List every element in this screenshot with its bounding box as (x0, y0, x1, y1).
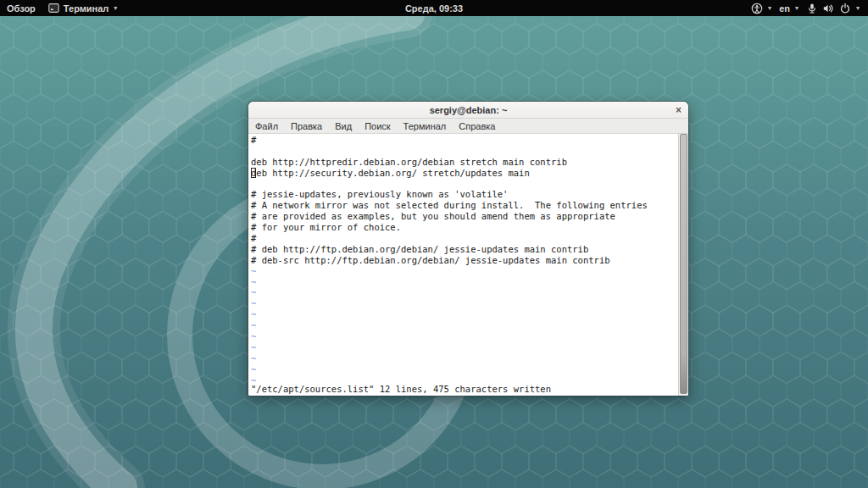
vim-tilde: ~ (251, 287, 676, 298)
close-icon[interactable]: × (676, 105, 682, 115)
chevron-down-icon: ▾ (795, 5, 798, 12)
vim-tilde: ~ (251, 364, 676, 375)
top-bar: Обзор Терминал ▾ Среда, 09:33 ▾ (0, 0, 868, 16)
terminal-line: # deb-src http://ftp.debian.org/debian/ … (251, 255, 676, 266)
vim-tilde: ~ (251, 331, 676, 342)
menu-file[interactable]: Файл (255, 121, 278, 131)
terminal-line: # jessie-updates, previously known as 'v… (251, 189, 676, 200)
vim-tilde: ~ (251, 277, 676, 288)
window-title: sergiy@debian: ~ (430, 105, 508, 115)
terminal-line: # are provided as examples, but you shou… (251, 211, 676, 222)
menu-terminal[interactable]: Терминал (403, 121, 447, 131)
terminal-line: # (251, 233, 676, 244)
vim-tilde: ~ (251, 320, 676, 331)
scrollbar-thumb[interactable] (680, 134, 687, 394)
terminal-line: # for your mirror of choice. (251, 222, 676, 233)
terminal-text: # deb http://httpredir.debian.org/debian… (251, 135, 676, 385)
menu-help[interactable]: Справка (459, 121, 495, 131)
menu-bar: Файл Правка Вид Поиск Терминал Справка (248, 119, 688, 134)
terminal-line: # (251, 135, 676, 146)
app-menu-label: Терминал (64, 3, 109, 14)
vim-tilde: ~ (251, 298, 676, 309)
scrollbar[interactable] (678, 134, 688, 396)
menu-edit[interactable]: Правка (291, 121, 322, 131)
terminal-line: # A network mirror was not selected duri… (251, 200, 676, 211)
terminal-icon (48, 3, 59, 14)
chevron-down-icon: ▾ (768, 5, 771, 12)
vim-tilde: ~ (251, 266, 676, 277)
terminal-line: deb http://httpredir.debian.org/debian s… (251, 157, 676, 168)
vim-tilde: ~ (251, 309, 676, 320)
terminal-line: deb http://security.debian.org/ stretch/… (251, 168, 676, 179)
terminal-line (251, 146, 676, 157)
system-menu[interactable]: ▾ (806, 3, 860, 14)
accessibility-icon (751, 3, 763, 14)
terminal-line (251, 179, 676, 190)
chevron-down-icon: ▾ (114, 5, 117, 12)
vim-tilde: ~ (251, 342, 676, 353)
keyboard-layout-label: en (779, 3, 790, 14)
activities-button[interactable]: Обзор (7, 3, 36, 14)
menu-search[interactable]: Поиск (364, 121, 390, 131)
terminal-line: # deb http://ftp.debian.org/debian/ jess… (251, 244, 676, 255)
window-titlebar[interactable]: sergiy@debian: ~ × (248, 102, 688, 119)
keyboard-layout-menu[interactable]: en ▾ (779, 3, 798, 14)
accessibility-menu[interactable]: ▾ (751, 3, 771, 14)
vim-cursor: d (251, 168, 256, 178)
microphone-icon (806, 3, 818, 14)
vim-statusline: "/etc/apt/sources.list" 12 lines, 475 ch… (251, 384, 551, 395)
menu-view[interactable]: Вид (335, 121, 352, 131)
power-icon (839, 3, 851, 14)
terminal-window: sergiy@debian: ~ × Файл Правка Вид Поиск… (248, 102, 688, 396)
vim-tilde: ~ (251, 353, 676, 364)
chevron-down-icon: ▾ (856, 5, 860, 12)
terminal-screen[interactable]: # deb http://httpredir.debian.org/debian… (248, 134, 688, 396)
volume-icon (822, 3, 835, 14)
app-menu-button[interactable]: Терминал ▾ (48, 3, 118, 14)
desktop: Обзор Терминал ▾ Среда, 09:33 ▾ (0, 0, 868, 488)
clock[interactable]: Среда, 09:33 (405, 3, 463, 14)
